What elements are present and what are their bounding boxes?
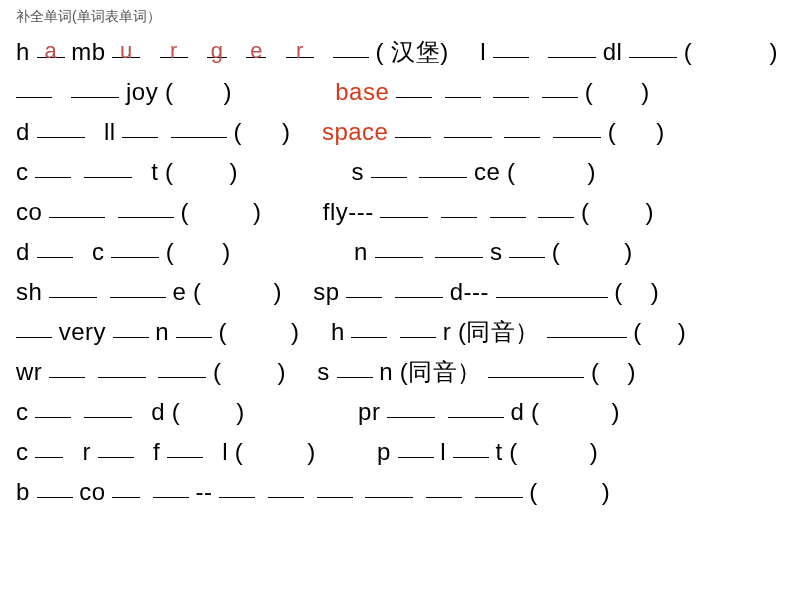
blank[interactable] bbox=[112, 474, 140, 498]
stem-d: d bbox=[151, 398, 165, 425]
blank[interactable] bbox=[445, 74, 481, 98]
blank[interactable] bbox=[122, 114, 158, 138]
blank[interactable] bbox=[37, 234, 73, 258]
blank[interactable] bbox=[380, 194, 428, 218]
line-4: c t () s ce () bbox=[16, 152, 784, 192]
stem-space: space bbox=[322, 118, 389, 145]
blank[interactable] bbox=[396, 74, 432, 98]
blank[interactable] bbox=[548, 34, 596, 58]
stem-e: e bbox=[172, 278, 186, 305]
blank[interactable] bbox=[441, 194, 477, 218]
blank[interactable] bbox=[488, 354, 584, 378]
stem-l: l bbox=[440, 438, 446, 465]
hint-hanbao: ( 汉堡) bbox=[376, 38, 449, 65]
paren: ( bbox=[219, 318, 228, 345]
paren: ( bbox=[585, 78, 594, 105]
blank[interactable] bbox=[219, 474, 255, 498]
stem-base: base bbox=[335, 78, 389, 105]
blank[interactable] bbox=[351, 314, 387, 338]
paren: ) bbox=[291, 318, 300, 345]
blank[interactable] bbox=[371, 154, 407, 178]
blank[interactable] bbox=[37, 114, 85, 138]
blank[interactable] bbox=[268, 474, 304, 498]
blank[interactable] bbox=[84, 154, 132, 178]
stem-l: l bbox=[480, 38, 486, 65]
blank[interactable] bbox=[111, 234, 159, 258]
blank[interactable] bbox=[16, 314, 52, 338]
blank[interactable] bbox=[365, 474, 413, 498]
blank[interactable] bbox=[504, 114, 540, 138]
blank[interactable] bbox=[419, 154, 467, 178]
blank[interactable] bbox=[426, 474, 462, 498]
blank[interactable] bbox=[509, 234, 545, 258]
paren: ) bbox=[624, 238, 633, 265]
blank[interactable] bbox=[167, 434, 203, 458]
stem-h: h bbox=[331, 318, 345, 345]
blank[interactable] bbox=[553, 114, 601, 138]
paren: ) bbox=[273, 278, 282, 305]
paren: ) bbox=[236, 398, 245, 425]
blank[interactable] bbox=[333, 34, 369, 58]
blank[interactable] bbox=[435, 234, 483, 258]
paren: ( bbox=[552, 238, 561, 265]
blank[interactable] bbox=[98, 354, 146, 378]
paren: ( bbox=[531, 398, 540, 425]
stem-very: very bbox=[59, 318, 106, 345]
blank[interactable] bbox=[49, 274, 97, 298]
blank[interactable] bbox=[49, 354, 85, 378]
blank[interactable] bbox=[317, 474, 353, 498]
blank[interactable] bbox=[475, 474, 523, 498]
blank[interactable] bbox=[171, 114, 227, 138]
blank[interactable] bbox=[493, 74, 529, 98]
blank[interactable] bbox=[110, 274, 166, 298]
blank[interactable] bbox=[490, 194, 526, 218]
blank[interactable] bbox=[448, 394, 504, 418]
answer-e: e bbox=[246, 32, 266, 72]
stem-d: d bbox=[16, 118, 30, 145]
blank[interactable] bbox=[84, 394, 132, 418]
hint-tongyin: (同音） bbox=[458, 318, 540, 345]
blank[interactable] bbox=[444, 114, 492, 138]
blank[interactable] bbox=[118, 194, 174, 218]
blank[interactable] bbox=[35, 434, 63, 458]
blank[interactable] bbox=[158, 354, 206, 378]
line-9: wr () s n (同音） () bbox=[16, 352, 784, 392]
blank[interactable] bbox=[35, 154, 71, 178]
blank[interactable] bbox=[346, 274, 382, 298]
paren: ( bbox=[165, 158, 174, 185]
blank[interactable] bbox=[16, 74, 52, 98]
blank[interactable] bbox=[176, 314, 212, 338]
blank[interactable] bbox=[547, 314, 627, 338]
blank[interactable] bbox=[153, 474, 189, 498]
stem-ll: ll bbox=[104, 118, 116, 145]
paren: ( bbox=[608, 118, 617, 145]
paren: ( bbox=[172, 398, 181, 425]
paren: ) bbox=[641, 78, 650, 105]
blank[interactable] bbox=[542, 74, 578, 98]
blank[interactable] bbox=[387, 394, 435, 418]
paren: ( bbox=[235, 438, 244, 465]
blank[interactable] bbox=[496, 274, 608, 298]
blank[interactable] bbox=[337, 354, 373, 378]
blank[interactable] bbox=[453, 434, 489, 458]
blank[interactable] bbox=[395, 274, 443, 298]
line-5: co () fly--- () bbox=[16, 192, 784, 232]
blank[interactable] bbox=[98, 434, 134, 458]
blank[interactable] bbox=[49, 194, 105, 218]
blank[interactable] bbox=[538, 194, 574, 218]
blank[interactable] bbox=[400, 314, 436, 338]
blank[interactable] bbox=[493, 34, 529, 58]
paren: ( bbox=[684, 38, 693, 65]
blank[interactable] bbox=[71, 74, 119, 98]
stem-d: d bbox=[510, 398, 524, 425]
blank[interactable] bbox=[37, 474, 73, 498]
blank[interactable] bbox=[629, 34, 677, 58]
paren: ( bbox=[180, 198, 189, 225]
line-8: very n () h r (同音） () bbox=[16, 312, 784, 352]
blank[interactable] bbox=[35, 394, 71, 418]
blank[interactable] bbox=[113, 314, 149, 338]
stem-sh: sh bbox=[16, 278, 42, 305]
blank[interactable] bbox=[395, 114, 431, 138]
blank[interactable] bbox=[398, 434, 434, 458]
blank[interactable] bbox=[375, 234, 423, 258]
